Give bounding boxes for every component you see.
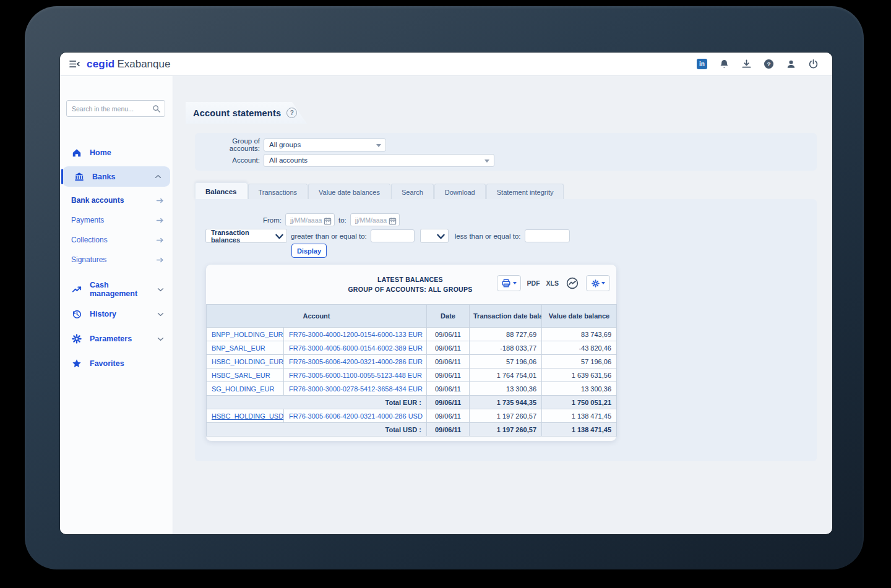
linkedin-icon[interactable]: in <box>697 59 707 69</box>
balance-type-select[interactable]: Transaction balances <box>205 229 287 243</box>
tdb-cell: 1 197 260,57 <box>470 423 542 437</box>
display-button[interactable]: Display <box>291 244 327 258</box>
date-cell: 09/06/11 <box>427 341 470 355</box>
sidebar-item-label: Favorites <box>90 359 164 368</box>
calendar-icon[interactable] <box>389 216 397 228</box>
vdb-cell: 1 639 631,56 <box>542 369 617 382</box>
table-settings-button[interactable] <box>586 275 610 291</box>
caret-down-icon <box>484 160 489 163</box>
sidebar-item-payments[interactable]: Payments <box>60 210 173 230</box>
search-input[interactable] <box>66 100 165 117</box>
user-icon[interactable] <box>786 59 796 69</box>
from-date-field <box>285 213 335 226</box>
date-cell: 09/06/11 <box>427 423 470 437</box>
account-select[interactable]: All accounts <box>264 154 494 167</box>
table-header-row: Account Date Transaction date balance Va… <box>207 305 617 328</box>
statement-tabs: Balances Transactions Value date balance… <box>195 182 564 200</box>
bank-icon <box>74 172 84 182</box>
tab-statement-integrity[interactable]: Statement integrity <box>486 184 564 200</box>
caret-down-icon <box>376 144 381 147</box>
tdb-cell: 1 764 754,01 <box>470 369 542 382</box>
screenshot-stage: cegid Exabanque in Ho <box>0 0 891 588</box>
arrow-right-icon <box>156 218 164 223</box>
card-header: LATEST BALANCES GROUP OF ACCOUNTS: ALL G… <box>206 265 616 304</box>
history-icon <box>71 309 82 319</box>
vdb-cell: 1 750 051,21 <box>542 396 617 409</box>
chevron-down-icon <box>157 337 164 341</box>
printer-icon <box>501 278 511 288</box>
sidebar-item-bank-accounts[interactable]: Bank accounts <box>60 190 173 210</box>
iban-link[interactable]: FR76-3000-3000-0278-5412-3658-434 EUR <box>289 385 423 393</box>
export-xls-button[interactable]: XLS <box>546 279 559 287</box>
sidebar-item-label: Parameters <box>90 334 157 343</box>
vdb-cell: 1 138 471,45 <box>542 423 617 437</box>
power-logout-icon[interactable] <box>808 59 819 69</box>
banks-submenu: Bank accounts Payments Collections Signa… <box>60 190 173 270</box>
iban-link[interactable]: FR76-3005-6006-4200-0321-4000-286 EUR <box>289 358 423 365</box>
vdb-cell: 57 196,06 <box>542 355 617 369</box>
tab-balances[interactable]: Balances <box>195 182 248 200</box>
sidebar-item-cash-management[interactable]: Cash management <box>60 277 173 302</box>
sidebar-item-history[interactable]: History <box>60 302 173 326</box>
page-title-banner: Account statements ? <box>186 102 307 124</box>
table-row: HSBC_HOLDING_EUR FR76-3005-6006-4200-032… <box>207 355 617 369</box>
account-link[interactable]: HSBC_SARL_EUR <box>212 372 270 379</box>
sidebar-item-favorites[interactable]: Favorites <box>60 351 173 376</box>
vdb-cell: -43 820,46 <box>542 341 617 355</box>
account-link[interactable]: HSBC_HOLDING_USD <box>212 412 283 420</box>
date-cell: 09/06/11 <box>427 382 470 396</box>
iban-link[interactable]: FR76-3005-6006-4200-0321-4000-286 USD <box>289 412 423 420</box>
tab-search[interactable]: Search <box>391 184 434 200</box>
group-of-accounts-select[interactable]: All groups <box>264 138 386 151</box>
tab-download[interactable]: Download <box>434 184 486 200</box>
export-actions: PDF XLS <box>497 275 610 291</box>
sidebar-item-signatures[interactable]: Signatures <box>60 250 173 270</box>
account-link[interactable]: BNPP_HOLDING_EUR <box>212 331 283 338</box>
date-range-row: From: to: <box>263 213 400 226</box>
search-icon <box>152 104 161 116</box>
col-header-tdb: Transaction date balance <box>470 305 542 328</box>
gte-amount-input[interactable] <box>371 229 415 242</box>
sidebar: Home Banks Bank accounts Payments <box>60 76 173 534</box>
sidebar-item-banks[interactable]: Banks <box>62 166 170 187</box>
download-icon[interactable] <box>741 59 752 69</box>
tab-transactions[interactable]: Transactions <box>248 184 308 200</box>
sidebar-item-parameters[interactable]: Parameters <box>60 326 173 351</box>
iban-link[interactable]: FR76-3000-4005-6000-0154-6002-389 EUR <box>289 344 423 352</box>
arrow-right-icon <box>156 198 164 203</box>
table-row: HSBC_HOLDING_USD FR76-3005-6006-4200-032… <box>207 409 617 423</box>
account-link[interactable]: HSBC_HOLDING_EUR <box>212 358 283 365</box>
notifications-bell-icon[interactable] <box>719 59 730 69</box>
sidebar-item-home[interactable]: Home <box>60 143 173 163</box>
arrow-right-icon <box>156 237 164 243</box>
iban-link[interactable]: FR76-3000-4000-1200-0154-6000-133 EUR <box>289 331 423 338</box>
account-link[interactable]: BNP_SARL_EUR <box>212 344 265 352</box>
table-row: HSBC_SARL_EUR FR76-3005-6000-1100-0055-5… <box>207 369 617 382</box>
lte-amount-input[interactable] <box>525 229 570 242</box>
sidebar-item-label: History <box>90 310 157 318</box>
group-of-accounts-label: Group of accounts: <box>200 137 260 152</box>
tab-value-date-balances[interactable]: Value date balances <box>308 184 390 200</box>
help-icon[interactable] <box>764 59 774 69</box>
date-cell: 09/06/11 <box>427 409 470 423</box>
account-selector-panel: Group of accounts: All groups Account: A… <box>195 133 817 171</box>
print-button[interactable] <box>497 275 521 291</box>
collapse-menu-icon[interactable] <box>69 59 80 69</box>
col-header-vdb: Value date balance <box>542 305 617 328</box>
sidebar-item-collections[interactable]: Collections <box>60 230 173 250</box>
brand: cegid Exabanque <box>69 58 170 70</box>
calendar-icon[interactable] <box>324 216 332 228</box>
account-link[interactable]: SG_HOLDING_EUR <box>212 385 274 393</box>
chevron-up-icon <box>155 174 161 179</box>
iban-link[interactable]: FR76-3005-6000-1100-0055-5123-448 EUR <box>289 372 422 379</box>
tdb-cell: 1 197 260,57 <box>470 409 542 423</box>
export-pdf-button[interactable]: PDF <box>527 279 540 287</box>
table-row: BNP_SARL_EUR FR76-3000-4005-6000-0154-60… <box>207 341 617 355</box>
currency-select[interactable] <box>420 229 449 243</box>
page-help-icon[interactable]: ? <box>286 108 297 118</box>
account-label: Account: <box>200 156 260 164</box>
total-eur-row: Total EUR : 09/06/11 1 735 944,35 1 750 … <box>207 396 617 409</box>
tdb-cell: 57 196,06 <box>470 355 542 369</box>
chart-view-icon[interactable] <box>566 277 579 289</box>
arrow-right-icon <box>156 257 164 263</box>
